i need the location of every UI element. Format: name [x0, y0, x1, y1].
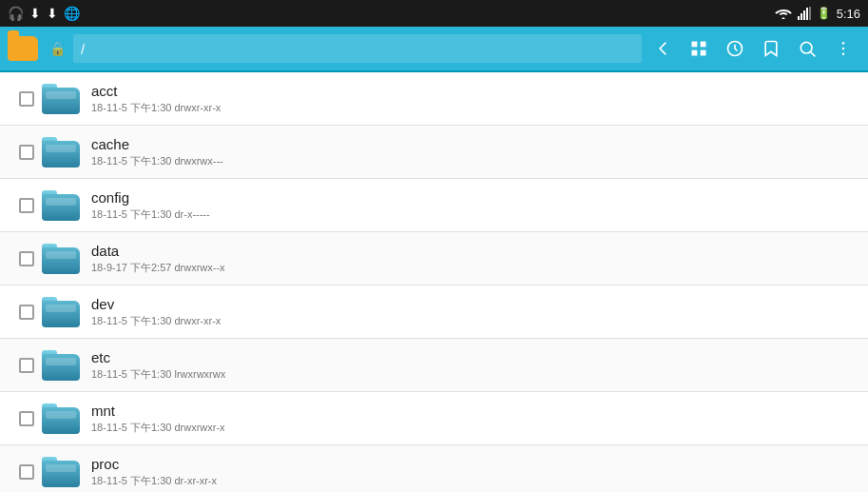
history-icon: [725, 39, 744, 58]
file-meta: 18-11-5 下午1:30 drwxrwxr-x: [91, 421, 857, 435]
svg-point-12: [842, 42, 845, 45]
list-item[interactable]: config 18-11-5 下午1:30 dr-x-----: [0, 179, 868, 232]
svg-rect-5: [692, 42, 698, 48]
svg-point-13: [842, 48, 845, 50]
folder-icon: [42, 350, 80, 381]
file-name: acct: [91, 83, 857, 99]
current-path: /: [81, 41, 85, 57]
file-info: dev 18-11-5 下午1:30 drwxr-xr-x: [91, 296, 857, 328]
grid-button[interactable]: [682, 31, 716, 66]
checkbox[interactable]: [19, 411, 34, 426]
search-icon: [798, 39, 817, 58]
grid-icon: [689, 39, 708, 58]
svg-rect-7: [692, 50, 698, 56]
checkbox[interactable]: [19, 305, 34, 320]
file-info: proc 18-11-5 下午1:30 dr-xr-xr-x: [91, 456, 857, 488]
back-button[interactable]: [646, 31, 680, 66]
file-meta: 18-11-5 下午1:30 drwxrwx---: [91, 154, 857, 168]
status-bar-left: 🎧 ⬇ ⬇ 🌐: [8, 6, 80, 21]
folder-icon: [42, 403, 80, 434]
list-item[interactable]: etc 18-11-5 下午1:30 lrwxrwxrwx: [0, 339, 868, 392]
lock-icon: 🔒: [49, 41, 66, 56]
svg-point-14: [842, 53, 845, 56]
list-item[interactable]: proc 18-11-5 下午1:30 dr-xr-xr-x: [0, 445, 868, 492]
toolbar: 🔒 /: [0, 27, 868, 72]
svg-rect-4: [809, 7, 811, 20]
status-bar: 🎧 ⬇ ⬇ 🌐 🔋 5:16: [0, 0, 868, 27]
list-item[interactable]: mnt 18-11-5 下午1:30 drwxrwxr-x: [0, 392, 868, 445]
folder-icon: [42, 137, 80, 167]
history-button[interactable]: [718, 31, 752, 66]
file-meta: 18-11-5 下午1:30 drwxr-xr-x: [91, 101, 857, 115]
checkbox-area: [11, 145, 42, 160]
checkbox-area: [11, 464, 42, 480]
back-icon: [653, 39, 672, 58]
file-list: acct 18-11-5 下午1:30 drwxr-xr-x cache 18-…: [0, 72, 868, 492]
more-icon: [834, 39, 853, 58]
file-info: cache 18-11-5 下午1:30 drwxrwx---: [91, 136, 857, 168]
bookmark-button[interactable]: [754, 31, 788, 66]
battery-icon: 🔋: [817, 7, 831, 20]
checkbox-area: [11, 91, 42, 107]
file-name: data: [91, 243, 857, 259]
svg-rect-6: [701, 42, 706, 48]
checkbox[interactable]: [19, 198, 34, 213]
signal-icon: [798, 7, 811, 20]
download-icon: ⬇: [29, 6, 41, 21]
list-item[interactable]: acct 18-11-5 下午1:30 drwxr-xr-x: [0, 72, 868, 126]
checkbox[interactable]: [19, 145, 34, 160]
folder-home-icon[interactable]: [8, 36, 38, 61]
file-name: etc: [91, 349, 857, 365]
file-info: etc 18-11-5 下午1:30 lrwxrwxrwx: [91, 349, 857, 382]
more-button[interactable]: [826, 31, 860, 66]
checkbox-area: [11, 198, 42, 213]
file-info: acct 18-11-5 下午1:30 drwxr-xr-x: [91, 83, 857, 115]
checkbox[interactable]: [19, 358, 34, 373]
folder-icon: [42, 84, 80, 114]
file-meta: 18-11-5 下午1:30 dr-x-----: [91, 207, 857, 222]
svg-point-10: [800, 42, 812, 53]
list-item[interactable]: data 18-9-17 下午2:57 drwxrwx--x: [0, 232, 868, 285]
file-name: cache: [91, 136, 857, 152]
search-button[interactable]: [790, 31, 824, 66]
file-meta: 18-11-5 下午1:30 drwxr-xr-x: [91, 314, 857, 328]
globe-icon: 🌐: [64, 6, 80, 21]
checkbox[interactable]: [19, 251, 34, 266]
wifi-icon: [775, 7, 792, 20]
svg-rect-0: [798, 16, 800, 20]
folder-icon: [42, 244, 80, 274]
svg-rect-3: [806, 8, 808, 20]
folder-icon: [42, 457, 80, 487]
file-name: mnt: [91, 403, 857, 419]
file-info: mnt 18-11-5 下午1:30 drwxrwxr-x: [91, 403, 857, 435]
file-meta: 18-11-5 下午1:30 lrwxrwxrwx: [91, 367, 857, 382]
checkbox-area: [11, 305, 42, 320]
download2-icon: ⬇: [47, 6, 58, 21]
file-meta: 18-9-17 下午2:57 drwxrwx--x: [91, 261, 857, 275]
file-info: config 18-11-5 下午1:30 dr-x-----: [91, 189, 857, 222]
status-bar-right: 🔋 5:16: [775, 7, 860, 21]
clock: 5:16: [837, 7, 860, 21]
checkbox-area: [11, 358, 42, 373]
bookmark-icon: [762, 39, 781, 58]
file-meta: 18-11-5 下午1:30 dr-xr-xr-x: [91, 474, 857, 488]
headphones-icon: 🎧: [8, 6, 24, 21]
list-item[interactable]: dev 18-11-5 下午1:30 drwxr-xr-x: [0, 285, 868, 339]
folder-icon: [42, 297, 80, 327]
checkbox-area: [11, 411, 42, 426]
toolbar-actions: [646, 31, 860, 66]
file-name: proc: [91, 456, 857, 472]
svg-rect-1: [800, 13, 802, 20]
svg-rect-2: [803, 10, 805, 20]
list-item[interactable]: cache 18-11-5 下午1:30 drwxrwx---: [0, 126, 868, 179]
folder-icon: [42, 190, 80, 221]
svg-rect-8: [701, 50, 706, 56]
checkbox-area: [11, 251, 42, 266]
file-info: data 18-9-17 下午2:57 drwxrwx--x: [91, 243, 857, 275]
svg-line-11: [811, 52, 816, 57]
path-bar[interactable]: /: [73, 34, 642, 63]
checkbox[interactable]: [19, 464, 34, 480]
checkbox[interactable]: [19, 91, 34, 107]
file-name: dev: [91, 296, 857, 312]
file-name: config: [91, 189, 857, 206]
